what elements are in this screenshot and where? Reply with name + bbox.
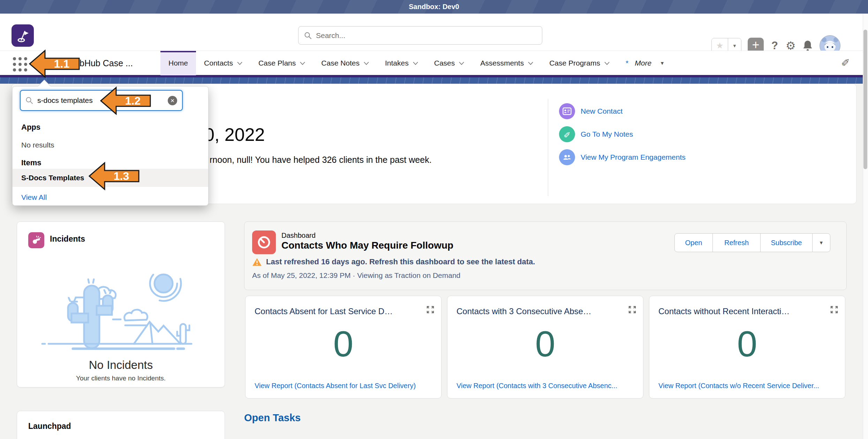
metric-tile-absent-last-service: Contacts Absent for Last Service D… 0 Vi… xyxy=(245,296,441,399)
metric-tile-no-recent-interaction: Contacts without Recent Interacti… 0 Vie… xyxy=(649,296,845,399)
metric-value: 0 xyxy=(649,318,845,370)
expand-icon[interactable] xyxy=(830,305,839,314)
no-incidents-subtitle: Your clients have no Incidents. xyxy=(17,374,225,382)
annotation-arrow-1-2: 1.2 xyxy=(100,86,151,115)
subscribe-button[interactable]: Subscribe xyxy=(760,233,813,252)
people-group-icon xyxy=(559,149,575,165)
notifications-bell-icon[interactable] xyxy=(802,40,813,52)
view-all-link[interactable]: View All xyxy=(21,193,47,202)
screen: Sandbox: Dev0 ★ ▼ + ? ⚙ xyxy=(0,0,868,439)
hero-divider xyxy=(548,99,548,196)
view-report-link[interactable]: View Report (Contacts with 3 Consecutive… xyxy=(456,382,636,390)
chevron-down-icon[interactable] xyxy=(459,62,464,65)
metric-value: 0 xyxy=(246,318,441,370)
flag-icon xyxy=(16,29,30,43)
svg-text:1.1: 1.1 xyxy=(54,58,69,70)
search-icon xyxy=(304,32,312,39)
dashboard-as-of-text: As of May 25, 2022, 12:39 PM · Viewing a… xyxy=(252,271,460,280)
tab-case-notes[interactable]: Case Notes xyxy=(313,51,377,75)
chevron-down-icon[interactable] xyxy=(413,62,418,65)
incident-whistle-icon xyxy=(28,232,44,248)
app-nav-bar: bHub Case ... Home Contacts Case Plans C… xyxy=(0,51,868,77)
svg-text:1.3: 1.3 xyxy=(114,170,129,182)
search-input[interactable] xyxy=(316,31,536,40)
more-caret-icon: ▼ xyxy=(660,60,665,66)
contact-card-icon xyxy=(559,103,575,119)
tab-contacts[interactable]: Contacts xyxy=(196,51,250,75)
tab-case-plans[interactable]: Case Plans xyxy=(250,51,313,75)
sandbox-banner: Sandbox: Dev0 xyxy=(0,0,868,14)
view-report-link[interactable]: View Report (Contacts w/o Recent Service… xyxy=(658,382,838,390)
quick-link-program-engagements[interactable]: View My Program Engagements xyxy=(559,149,686,165)
metric-value: 0 xyxy=(447,318,643,370)
dashboard-title: Contacts Who May Require Followup xyxy=(281,240,453,251)
chevron-down-icon[interactable] xyxy=(300,62,305,65)
global-header: ★ ▼ + ? ⚙ xyxy=(0,14,868,51)
incidents-card-title: Incidents xyxy=(50,234,85,244)
dashboard-refresh-warning: Last refreshed 16 days ago. Refresh this… xyxy=(252,257,535,266)
refresh-button[interactable]: Refresh xyxy=(712,233,761,252)
dashboard-more-caret-icon[interactable]: ▼ xyxy=(812,233,830,252)
expand-icon[interactable] xyxy=(628,305,637,314)
quick-link-my-notes[interactable]: ✎ Go To My Notes xyxy=(559,126,633,142)
chevron-down-icon[interactable] xyxy=(604,62,610,65)
tab-more[interactable]: * More ▼ xyxy=(618,51,673,75)
app-logo[interactable] xyxy=(12,24,34,47)
warning-triangle-icon xyxy=(252,258,262,266)
dashboard-actions: Open Refresh Subscribe ▼ xyxy=(674,233,830,252)
app-name: bHub Case ... xyxy=(80,51,133,75)
tab-cases[interactable]: Cases xyxy=(426,51,473,75)
edit-nav-pencil-icon[interactable]: ✎ xyxy=(841,56,850,68)
pencil-icon: ✎ xyxy=(559,126,575,142)
open-tasks-heading[interactable]: Open Tasks xyxy=(244,412,301,424)
incidents-card: Incidents xyxy=(17,221,225,387)
nav-tabs: Home Contacts Case Plans Case Notes Inta… xyxy=(160,51,673,75)
help-icon[interactable]: ? xyxy=(770,39,779,52)
tab-intakes[interactable]: Intakes xyxy=(377,51,426,75)
chevron-down-icon[interactable] xyxy=(364,62,369,65)
no-incidents-title: No Incidents xyxy=(17,358,225,372)
global-search[interactable] xyxy=(298,26,542,45)
chevron-down-icon[interactable] xyxy=(528,62,533,65)
apps-section-label: Apps xyxy=(21,123,40,132)
apps-no-results: No results xyxy=(21,141,54,149)
svg-text:1.2: 1.2 xyxy=(125,94,141,107)
launchpad-card: Launchpad xyxy=(17,411,225,439)
annotation-arrow-1-1: 1.1 xyxy=(29,50,80,78)
dashboard-header-card: Dashboard Contacts Who May Require Follo… xyxy=(244,221,847,290)
more-asterisk: * xyxy=(626,59,628,67)
chevron-down-icon[interactable] xyxy=(237,62,242,65)
scrollbar-thumb[interactable] xyxy=(863,30,867,169)
dashboard-gauge-icon xyxy=(252,230,276,254)
launchpad-title: Launchpad xyxy=(28,422,71,431)
expand-icon[interactable] xyxy=(426,305,435,314)
sandbox-banner-text: Sandbox: Dev0 xyxy=(409,3,459,10)
hero-date-heading: 0, 2022 xyxy=(204,124,265,145)
open-button[interactable]: Open xyxy=(674,233,713,252)
tab-home[interactable]: Home xyxy=(160,51,196,75)
clear-search-icon[interactable]: ✕ xyxy=(168,96,177,105)
quick-link-new-contact[interactable]: New Contact xyxy=(559,103,622,119)
dashboard-type-label: Dashboard xyxy=(281,232,316,240)
view-report-link[interactable]: View Report (Contacts Absent for Last Sv… xyxy=(255,382,434,390)
hero-greeting-text: rnoon, null! You have helped 326 clients… xyxy=(210,155,432,165)
tab-assessments[interactable]: Assessments xyxy=(472,51,541,75)
tab-case-programs[interactable]: Case Programs xyxy=(541,51,618,75)
desert-empty-state-illustration xyxy=(38,258,202,356)
annotation-arrow-1-3: 1.3 xyxy=(89,162,139,190)
metric-tile-3-consecutive-absences: Contacts with 3 Consecutive Abse… 0 View… xyxy=(447,296,643,399)
items-section-label: Items xyxy=(21,158,41,167)
search-icon xyxy=(25,97,33,104)
theme-banner xyxy=(0,77,863,84)
app-launcher-icon[interactable] xyxy=(13,57,28,73)
